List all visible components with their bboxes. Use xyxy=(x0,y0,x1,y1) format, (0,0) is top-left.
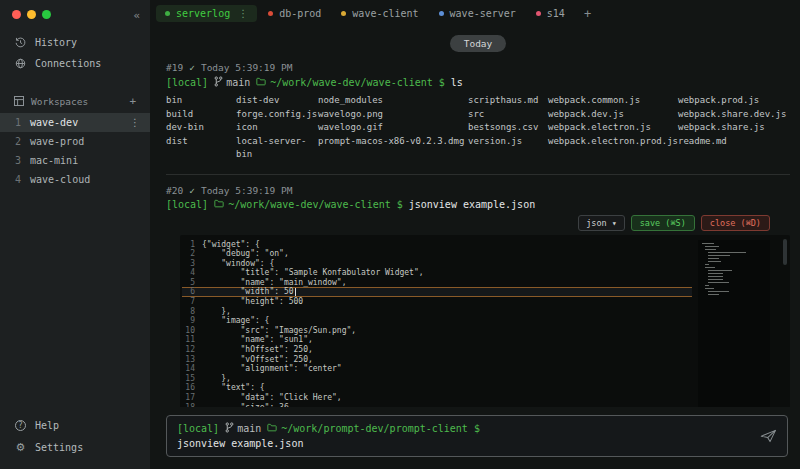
block-header: #19 ✓ Today 5:39:19 PM xyxy=(166,62,790,73)
prompt-host: [local] xyxy=(166,77,208,88)
file-name: build xyxy=(166,108,236,122)
line-number: 10 xyxy=(182,326,202,336)
file-name: icon xyxy=(236,121,318,135)
prompt-line: [local] main ~/work/wave-dev/wave-client… xyxy=(166,76,790,89)
line-number: 3 xyxy=(182,259,202,269)
ls-output-column: webpack.common.jswebpack.dev.jswebpack.e… xyxy=(548,94,678,162)
minimap-line xyxy=(708,276,723,277)
minimap-line xyxy=(708,294,719,295)
editor-line[interactable]: 12 "hOffset": 250, xyxy=(182,345,692,355)
workspaces-header: Workspaces + xyxy=(0,90,150,113)
folder-icon xyxy=(256,77,266,88)
editor-line[interactable]: 16 "text": { xyxy=(182,383,692,393)
prompt-cwd: ~/work/wave-dev/wave-client xyxy=(214,199,391,210)
block-header: #20 ✓ Today 5:39:19 PM xyxy=(166,185,790,196)
workspace-item-wave-prod[interactable]: 2wave-prod xyxy=(0,132,150,151)
minimap-line xyxy=(708,273,723,274)
add-workspace-button[interactable]: + xyxy=(129,95,136,108)
minimap-line xyxy=(708,270,732,271)
workspaces-header-label: Workspaces xyxy=(31,96,88,107)
prompt-dollar: $ xyxy=(397,199,403,210)
tab-wave-server[interactable]: wave-server xyxy=(430,5,525,22)
file-name: wavelogo.png xyxy=(318,108,468,122)
sidebar-item-connections[interactable]: Connections xyxy=(0,53,150,74)
input-prompt-line: [local] main ~/work/prompt-dev/prompt-cl… xyxy=(177,422,753,435)
minimap-line xyxy=(705,249,716,250)
line-text: "hOffset": 250, xyxy=(202,345,313,355)
editor-line[interactable]: 17 "data": "Click Here", xyxy=(182,393,692,403)
file-name: local-server-bin xyxy=(236,135,318,162)
line-text: "alignment": "center" xyxy=(202,364,342,374)
folder-icon xyxy=(267,423,277,434)
minimap-line xyxy=(705,267,715,268)
prompt-command: jsonview example.json xyxy=(409,199,535,210)
tab-s14[interactable]: s14 xyxy=(527,5,574,22)
command-input-value[interactable]: jsonview example.json xyxy=(177,438,753,449)
command-input-box[interactable]: [local] main ~/work/prompt-dev/prompt-cl… xyxy=(166,415,788,457)
prompt-host: [local] xyxy=(166,199,208,210)
send-command-icon[interactable] xyxy=(760,429,777,443)
editor-line[interactable]: 15 }, xyxy=(182,374,692,384)
sidebar-item-help[interactable]: ? Help xyxy=(0,415,150,436)
sidebar-item-label: Connections xyxy=(35,58,101,69)
tab-serverlog[interactable]: serverlog⋮ xyxy=(156,5,257,22)
workspace-item-wave-dev[interactable]: 1wave-dev⋮ xyxy=(0,113,150,132)
close-button[interactable]: close (⌘D) xyxy=(701,215,770,231)
minimize-window-button[interactable] xyxy=(27,10,36,19)
close-window-button[interactable] xyxy=(12,10,21,19)
line-text: }, xyxy=(202,307,231,317)
file-name: dist-dev xyxy=(236,94,318,108)
sidebar-collapse-button[interactable]: « xyxy=(133,9,140,22)
sidebar-item-history[interactable]: History xyxy=(0,32,150,53)
tab-label: wave-client xyxy=(352,8,418,19)
tab-db-prod[interactable]: db-prod xyxy=(259,5,330,22)
sidebar-item-settings[interactable]: ⚙ Settings xyxy=(0,436,150,459)
editor-line[interactable]: 8 }, xyxy=(182,307,692,317)
editor-line[interactable]: 6 "width": 50 xyxy=(182,287,692,297)
workspace-item-mac-mini[interactable]: 3mac-mini xyxy=(0,151,150,170)
editor-line[interactable]: 9 "image": { xyxy=(182,316,692,326)
file-name: webpack.electron.js xyxy=(548,121,678,135)
sidebar: « History Connections Workspaces + 1wave… xyxy=(0,0,150,469)
workspace-menu-icon[interactable]: ⋮ xyxy=(130,117,140,128)
zoom-window-button[interactable] xyxy=(42,10,51,19)
sidebar-item-label: History xyxy=(35,37,77,48)
editor-line[interactable]: 3 "window": { xyxy=(182,259,692,269)
prompt-cwd: ~/work/prompt-dev/prompt-client xyxy=(267,423,468,434)
tab-menu-icon[interactable]: ⋮ xyxy=(238,8,248,19)
tab-color-dot-icon xyxy=(268,11,273,16)
editor-controls: json ▾ save (⌘S) close (⌘D) xyxy=(180,215,770,231)
tab-wave-client[interactable]: wave-client xyxy=(332,5,427,22)
editor-line[interactable]: 5 "name": "main_window", xyxy=(182,278,692,288)
editor-line[interactable]: 18 "size": 36, xyxy=(182,403,692,407)
editor-scrollbar[interactable] xyxy=(783,239,787,265)
folder-icon xyxy=(214,199,224,210)
line-text: "vOffset": 250, xyxy=(202,355,313,365)
line-text: "src": "Images/Sun.png", xyxy=(202,326,356,336)
editor-line[interactable]: 1{"widget": { xyxy=(182,240,692,250)
success-check-icon: ✓ xyxy=(189,62,195,73)
terminal-content: Today #19 ✓ Today 5:39:19 PM [local] mai… xyxy=(150,25,800,407)
editor-line[interactable]: 4 "title": "Sample Konfabulator Widget", xyxy=(182,268,692,278)
command-block-19: #19 ✓ Today 5:39:19 PM [local] main ~/wo… xyxy=(166,58,790,170)
minimap-line xyxy=(702,243,714,244)
editor-line[interactable]: 14 "alignment": "center" xyxy=(182,364,692,374)
editor-line[interactable]: 11 "name": "sun1", xyxy=(182,335,692,345)
code-editor[interactable]: 1{"widget": {2 "debug": "on",3 "window":… xyxy=(180,235,790,408)
new-tab-button[interactable]: + xyxy=(576,7,599,21)
editor-line[interactable]: 13 "vOffset": 250, xyxy=(182,355,692,365)
editor-line[interactable]: 10 "src": "Images/Sun.png", xyxy=(182,326,692,336)
sidebar-spacer xyxy=(0,189,150,415)
editor-minimap[interactable] xyxy=(698,240,770,408)
minimap-line xyxy=(708,261,721,262)
save-button[interactable]: save (⌘S) xyxy=(631,215,695,231)
git-branch: main xyxy=(214,76,250,89)
file-name: webpack.electron.prod.js xyxy=(548,135,678,149)
editor-line[interactable]: 7 "height": 500 xyxy=(182,297,692,307)
line-number: 13 xyxy=(182,355,202,365)
prompt-cwd-path: ~/work/wave-dev/wave-client xyxy=(228,199,391,210)
language-select[interactable]: json ▾ xyxy=(578,215,625,231)
block-timestamp: Today 5:39:19 PM xyxy=(201,62,293,73)
editor-line[interactable]: 2 "debug": "on", xyxy=(182,249,692,259)
workspace-item-wave-cloud[interactable]: 4wave-cloud xyxy=(0,170,150,189)
